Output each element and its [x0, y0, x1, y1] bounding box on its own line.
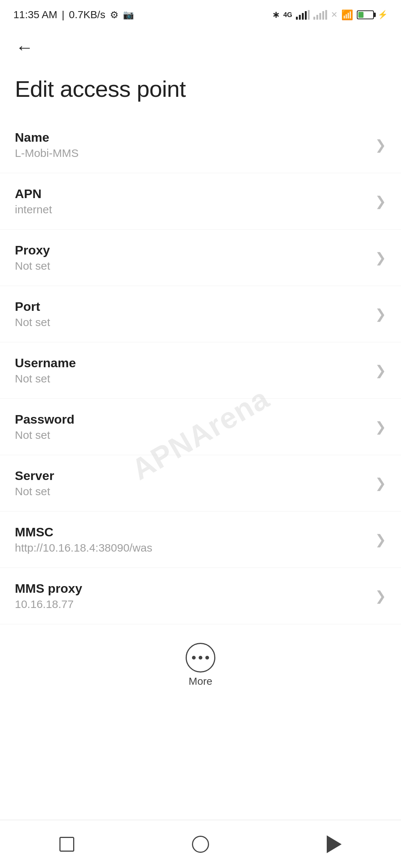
settings-item-mms-proxy-content: MMS proxy 10.16.18.77 — [15, 581, 368, 611]
settings-label-username: Username — [15, 356, 368, 370]
separator: | — [62, 9, 64, 21]
back-icon — [327, 835, 342, 853]
settings-label-apn: APN — [15, 187, 368, 201]
settings-list: Name L-Mobi-MMS ❯ APN internet ❯ Proxy N… — [0, 117, 401, 624]
settings-item-name-content: Name L-Mobi-MMS — [15, 130, 368, 160]
chevron-icon-proxy: ❯ — [375, 250, 386, 266]
settings-item-proxy[interactable]: Proxy Not set ❯ — [0, 230, 401, 286]
toolbar: ← — [0, 27, 401, 68]
settings-item-apn-content: APN internet — [15, 187, 368, 216]
settings-label-proxy: Proxy — [15, 243, 368, 257]
charging-icon: ⚡ — [378, 10, 388, 20]
signal-bars-1 — [296, 10, 310, 20]
chevron-icon-apn: ❯ — [375, 194, 386, 209]
settings-value-mmsc: http://10.16.18.4:38090/was — [15, 542, 368, 554]
lte-badge: 4G — [283, 11, 292, 19]
more-button[interactable]: More — [171, 639, 230, 691]
chevron-icon-server: ❯ — [375, 476, 386, 491]
settings-label-port: Port — [15, 299, 368, 314]
settings-item-apn[interactable]: APN internet ❯ — [0, 173, 401, 230]
settings-item-mmsc[interactable]: MMSC http://10.16.18.4:38090/was ❯ — [0, 512, 401, 568]
settings-value-name: L-Mobi-MMS — [15, 147, 368, 160]
settings-item-name[interactable]: Name L-Mobi-MMS ❯ — [0, 117, 401, 173]
network-speed: 0.7KB/s — [69, 9, 105, 21]
more-label: More — [189, 675, 212, 687]
chevron-icon-mmsc: ❯ — [375, 532, 386, 548]
status-right: ∗ 4G ✕ 📶 ⚡ — [272, 9, 388, 21]
settings-item-proxy-content: Proxy Not set — [15, 243, 368, 272]
dot-2 — [199, 656, 202, 660]
settings-label-password: Password — [15, 412, 368, 427]
settings-value-proxy: Not set — [15, 260, 368, 272]
time-display: 11:35 AM — [13, 9, 57, 21]
wifi-icon: 📶 — [341, 9, 353, 21]
page-title: Edit access point — [0, 68, 401, 117]
settings-item-mmsc-content: MMSC http://10.16.18.4:38090/was — [15, 525, 368, 554]
settings-item-username-content: Username Not set — [15, 356, 368, 385]
nav-recent-apps-button[interactable] — [48, 826, 85, 863]
settings-value-server: Not set — [15, 485, 368, 498]
settings-value-username: Not set — [15, 372, 368, 385]
video-icon: 📷 — [123, 10, 134, 20]
more-section: More — [0, 624, 401, 702]
bottom-nav — [0, 820, 401, 868]
signal-bars-2 — [313, 10, 327, 20]
settings-item-password-content: Password Not set — [15, 412, 368, 441]
settings-item-port[interactable]: Port Not set ❯ — [0, 286, 401, 342]
settings-label-mms-proxy: MMS proxy — [15, 581, 368, 596]
nav-back-button[interactable] — [316, 826, 353, 863]
more-circle-icon — [186, 643, 215, 673]
back-arrow-icon: ← — [16, 39, 33, 56]
settings-value-port: Not set — [15, 316, 368, 329]
settings-item-port-content: Port Not set — [15, 299, 368, 329]
settings-icon: ⚙ — [110, 9, 118, 21]
settings-item-mms-proxy[interactable]: MMS proxy 10.16.18.77 ❯ — [0, 568, 401, 624]
back-button[interactable]: ← — [11, 34, 38, 61]
settings-label-name: Name — [15, 130, 368, 145]
chevron-icon-password: ❯ — [375, 419, 386, 435]
settings-item-username[interactable]: Username Not set ❯ — [0, 342, 401, 399]
settings-item-password[interactable]: Password Not set ❯ — [0, 399, 401, 455]
settings-label-mmsc: MMSC — [15, 525, 368, 539]
chevron-icon-port: ❯ — [375, 306, 386, 322]
chevron-icon-mms-proxy: ❯ — [375, 588, 386, 604]
bluetooth-icon: ∗ — [272, 10, 280, 20]
status-bar: 11:35 AM | 0.7KB/s ⚙ 📷 ∗ 4G ✕ 📶 — [0, 0, 401, 27]
chevron-icon-name: ❯ — [375, 137, 386, 153]
settings-label-server: Server — [15, 468, 368, 483]
settings-item-server[interactable]: Server Not set ❯ — [0, 455, 401, 512]
more-dots — [192, 656, 209, 660]
nav-home-button[interactable] — [182, 826, 219, 863]
settings-value-apn: internet — [15, 203, 368, 216]
no-signal-icon: ✕ — [331, 10, 338, 20]
recent-apps-icon — [59, 837, 74, 852]
status-left: 11:35 AM | 0.7KB/s ⚙ 📷 — [13, 9, 134, 21]
dot-3 — [205, 656, 209, 660]
settings-item-server-content: Server Not set — [15, 468, 368, 498]
home-icon — [192, 836, 209, 853]
settings-value-mms-proxy: 10.16.18.77 — [15, 598, 368, 611]
battery-icon — [357, 10, 374, 19]
chevron-icon-username: ❯ — [375, 363, 386, 378]
dot-1 — [192, 656, 196, 660]
settings-value-password: Not set — [15, 429, 368, 441]
